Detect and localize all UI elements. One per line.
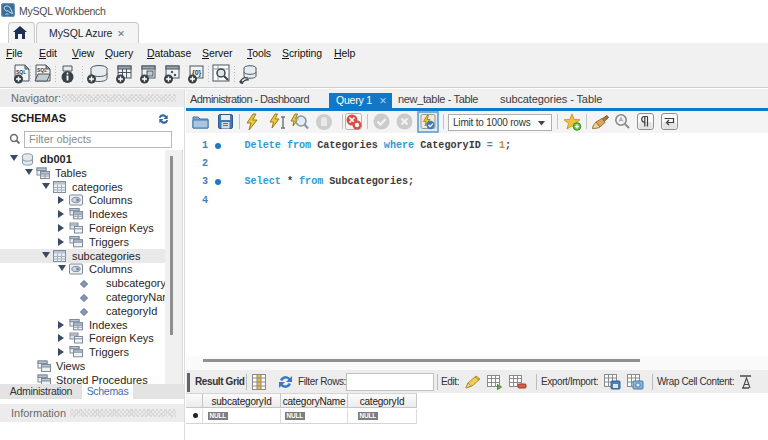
svg-text:SQL: SQL: [37, 67, 47, 73]
svg-text:SQL: SQL: [16, 69, 26, 75]
